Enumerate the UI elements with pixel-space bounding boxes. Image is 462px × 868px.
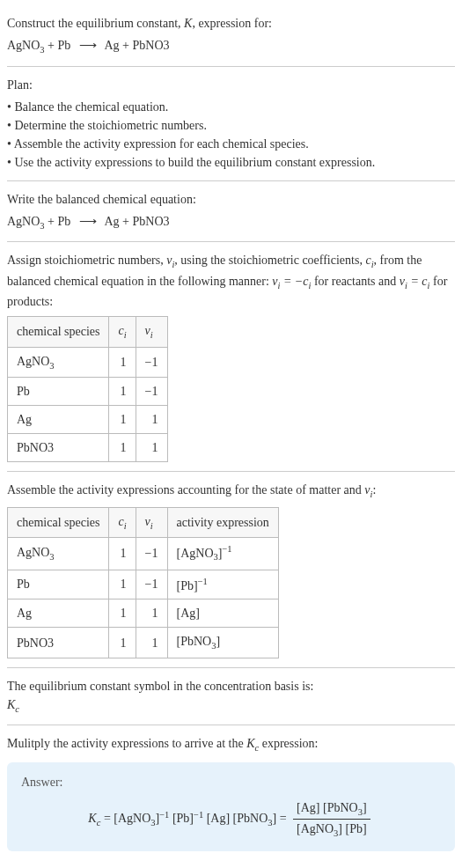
c-cell: 1: [109, 538, 136, 570]
table-header: ci: [109, 507, 136, 538]
t1-sup: −1: [159, 809, 169, 819]
plan-item: • Assemble the activity expression for e…: [7, 135, 455, 153]
table-row: Pb 1 −1 [Pb]−1: [8, 570, 279, 600]
t1-pre: [AgNO: [114, 812, 150, 825]
eq-lhs: AgNO: [7, 215, 40, 228]
intro-section: Construct the equilibrium constant, K, e…: [7, 7, 455, 64]
multiply-text: expression:: [259, 737, 318, 750]
intro-equation: AgNO3 + Pb ⟶ Ag + PbNO3: [7, 36, 455, 57]
Kc-K: K: [246, 737, 254, 750]
intro-suffix: , expression for:: [192, 17, 272, 30]
nu-cell: −1: [136, 378, 167, 406]
table-row: Ag 1 1: [8, 406, 168, 434]
species-cell: Ag: [8, 406, 109, 434]
stoich-table: chemical species ci νi AgNO3 1 −1 Pb 1 −…: [7, 316, 168, 462]
assign-text: Assign stoichiometric numbers,: [7, 254, 166, 267]
assign-text: , using the stoichiometric coefficients,: [174, 254, 365, 267]
symbol-section: The equilibrium constant symbol in the c…: [7, 670, 455, 724]
assign-section: Assign stoichiometric numbers, νi, using…: [7, 244, 455, 469]
divider: [7, 66, 455, 67]
c-cell: 1: [109, 406, 136, 434]
eq-rhs: Ag + PbNO3: [102, 39, 170, 52]
eq-rhs: Ag + PbNO3: [102, 215, 170, 228]
eq-lhs2: + Pb: [45, 39, 74, 52]
assemble-section: Assemble the activity expressions accoun…: [7, 474, 455, 666]
c-cell: 1: [109, 600, 136, 628]
table-header: ci: [109, 317, 136, 348]
nu-cell: −1: [136, 538, 167, 570]
t2-sup: −1: [194, 809, 203, 819]
table-header: chemical species: [8, 317, 109, 348]
species-cell: Pb: [8, 378, 109, 406]
Kc-symbol: Kc: [7, 695, 455, 717]
symbol-text: The equilibrium constant symbol in the c…: [7, 677, 455, 695]
table-row: AgNO3 1 −1: [8, 347, 168, 378]
equals: =: [100, 812, 114, 825]
fraction: [Ag] [PbNO3] [AgNO3] [Pb]: [293, 798, 370, 841]
plan-list: • Balance the chemical equation. • Deter…: [7, 98, 455, 172]
table-header-row: chemical species ci νi: [8, 317, 168, 348]
nu-cell: −1: [136, 347, 167, 378]
table-header: νi: [136, 507, 167, 538]
activity-cell: [Ag]: [167, 600, 278, 628]
table-row: Pb 1 −1: [8, 378, 168, 406]
species-cell: AgNO3: [8, 538, 109, 570]
frac-denominator: [AgNO3] [Pb]: [293, 820, 370, 841]
table-header: νi: [136, 317, 167, 348]
multiply-section: Mulitply the activity expressions to arr…: [7, 727, 455, 858]
table-header: chemical species: [8, 507, 109, 538]
activity-cell: [Pb]−1: [167, 570, 278, 600]
eq-react: = −c: [280, 275, 308, 288]
divider: [7, 241, 455, 242]
multiply-text: Mulitply the activity expressions to arr…: [7, 737, 246, 750]
balanced-section: Write the balanced chemical equation: Ag…: [7, 183, 455, 240]
plan-item: • Balance the chemical equation.: [7, 98, 455, 116]
species-cell: Pb: [8, 570, 109, 600]
t3-post: ] =: [273, 812, 290, 825]
table-row: Ag 1 1 [Ag]: [8, 600, 279, 628]
c-cell: 1: [109, 434, 136, 462]
plan-item: • Determine the stoichiometric numbers.: [7, 116, 455, 135]
assemble-text: :: [372, 483, 376, 497]
divider: [7, 180, 455, 181]
nu-cell: 1: [136, 406, 167, 434]
balanced-label: Write the balanced chemical equation:: [7, 190, 455, 209]
c-cell: 1: [109, 628, 136, 658]
nu-cell: 1: [136, 628, 167, 658]
reaction-arrow-icon: ⟶: [79, 215, 97, 228]
species-cell: PbNO3: [8, 628, 109, 658]
intro-line1: Construct the equilibrium constant, K, e…: [7, 14, 455, 33]
activity-cell: [AgNO3]−1: [167, 538, 278, 570]
activity-table: chemical species ci νi activity expressi…: [7, 507, 279, 658]
nu-cell: 1: [136, 434, 167, 462]
eq-lhs: AgNO: [7, 39, 40, 52]
plan-item: • Use the activity expressions to build …: [7, 153, 455, 172]
plan-label: Plan:: [7, 76, 455, 94]
activity-cell: [PbNO3]: [167, 628, 278, 658]
c-cell: 1: [109, 378, 136, 406]
frac-numerator: [Ag] [PbNO3]: [293, 798, 370, 820]
assign-text: for reactants and: [311, 275, 399, 288]
t2-pre: [Pb]: [169, 812, 194, 825]
answer-label: Answer:: [21, 773, 441, 791]
eq-prod: = c: [407, 275, 428, 288]
table-header: activity expression: [167, 507, 278, 538]
table-row: PbNO3 1 1: [8, 434, 168, 462]
nu-cell: 1: [136, 600, 167, 628]
divider: [7, 667, 455, 668]
answer-box: Answer: Kc = [AgNO3]−1 [Pb]−1 [Ag] [PbNO…: [7, 762, 455, 851]
divider: [7, 725, 455, 725]
table-header-row: chemical species ci νi activity expressi…: [8, 507, 279, 538]
table-row: PbNO3 1 1 [PbNO3]: [8, 628, 279, 658]
species-cell: PbNO3: [8, 434, 109, 462]
species-cell: AgNO3: [8, 347, 109, 378]
eq-lhs2: + Pb: [45, 215, 74, 228]
c-cell: 1: [109, 347, 136, 378]
intro-text: Construct the equilibrium constant,: [7, 17, 184, 30]
balanced-equation: AgNO3 + Pb ⟶ Ag + PbNO3: [7, 212, 455, 233]
c-cell: 1: [109, 570, 136, 600]
t3: [Ag] [PbNO: [203, 812, 268, 825]
table-row: AgNO3 1 −1 [AgNO3]−1: [8, 538, 279, 570]
Kc-K: K: [88, 812, 96, 825]
species-cell: Ag: [8, 600, 109, 628]
